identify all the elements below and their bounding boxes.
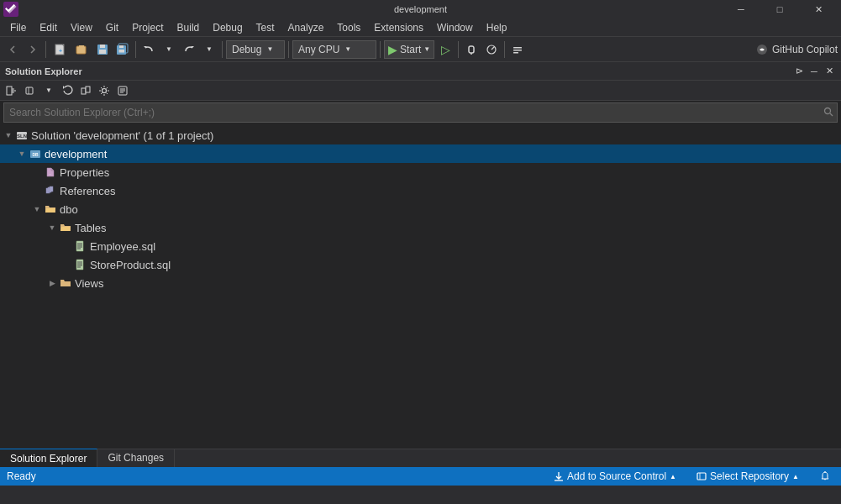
menu-help[interactable]: Help bbox=[480, 18, 514, 37]
status-ready: Ready bbox=[7, 470, 36, 482]
show-all-files-button[interactable] bbox=[22, 82, 39, 99]
se-search-input[interactable] bbox=[4, 107, 820, 118]
se-properties-button[interactable] bbox=[114, 82, 131, 99]
github-copilot-area[interactable]: GitHub Copilot bbox=[755, 43, 838, 56]
menu-build[interactable]: Build bbox=[171, 18, 207, 37]
svg-rect-17 bbox=[513, 52, 518, 54]
tables-expand[interactable]: ▼ bbox=[45, 221, 59, 234]
start-without-debug-button[interactable]: ▷ bbox=[436, 40, 455, 59]
refresh-button[interactable] bbox=[59, 82, 76, 99]
panel-pin-button[interactable]: ⊳ bbox=[792, 65, 806, 78]
properties-svg: ... bbox=[45, 166, 56, 178]
svg-rect-3 bbox=[76, 46, 86, 54]
restore-button[interactable]: □ bbox=[760, 0, 799, 18]
store-product-node[interactable]: StoreProduct.sql bbox=[0, 255, 841, 274]
copilot-label: GitHub Copilot bbox=[772, 44, 838, 55]
tab-git-changes[interactable]: Git Changes bbox=[97, 449, 175, 467]
debug-config-dropdown[interactable]: Debug ▼ bbox=[226, 40, 285, 59]
svg-rect-10 bbox=[118, 50, 124, 53]
menu-view[interactable]: View bbox=[64, 18, 99, 37]
solution-node[interactable]: ▼ SLN Solution 'development' (1 of 1 pro… bbox=[0, 126, 841, 144]
dbo-label: dbo bbox=[60, 203, 78, 216]
redo-button[interactable] bbox=[180, 40, 198, 59]
forward-button[interactable] bbox=[24, 40, 42, 59]
cpu-config-label: Any CPU bbox=[298, 44, 339, 55]
project-expand[interactable]: ▼ bbox=[15, 147, 29, 160]
new-project-button[interactable]: + bbox=[50, 40, 71, 59]
back-button[interactable] bbox=[3, 40, 22, 59]
undo-dropdown-button[interactable]: ▼ bbox=[160, 40, 178, 59]
toolbar-sep-5 bbox=[380, 41, 381, 58]
menu-tools[interactable]: Tools bbox=[330, 18, 367, 37]
source-control-arrow: ▲ bbox=[670, 473, 676, 480]
save-all-button[interactable] bbox=[113, 40, 132, 59]
redo-icon bbox=[183, 44, 195, 55]
attach-icon bbox=[465, 44, 477, 55]
menu-bar: File Edit View Git Project Build Debug T… bbox=[0, 18, 841, 37]
minimize-button[interactable]: ─ bbox=[722, 0, 760, 18]
toolbar-sep-6 bbox=[458, 41, 459, 58]
menu-extensions[interactable]: Extensions bbox=[367, 18, 430, 37]
properties-label: Properties bbox=[60, 166, 109, 179]
save-button[interactable] bbox=[93, 40, 112, 59]
forward-icon bbox=[28, 45, 38, 55]
svg-rect-4 bbox=[79, 45, 84, 47]
panel-title: Solution Explorer bbox=[5, 66, 82, 76]
svg-text:...: ... bbox=[49, 171, 51, 176]
menu-test[interactable]: Test bbox=[250, 18, 281, 37]
store-product-icon bbox=[74, 258, 87, 271]
views-expand[interactable]: ▶ bbox=[45, 276, 59, 290]
tables-node[interactable]: ▼ Tables bbox=[0, 218, 841, 237]
refresh-icon bbox=[61, 85, 73, 97]
se-dropdown-button[interactable]: ▼ bbox=[40, 82, 57, 99]
se-settings-button[interactable] bbox=[96, 82, 113, 99]
back-icon bbox=[8, 45, 18, 55]
title-bar: development ─ □ ✕ bbox=[0, 0, 841, 18]
search-svg bbox=[823, 107, 833, 117]
more-tools-icon bbox=[512, 44, 523, 55]
project-node[interactable]: ▼ DB development bbox=[0, 144, 841, 163]
menu-file[interactable]: File bbox=[3, 18, 33, 37]
sql-file-svg bbox=[75, 240, 87, 252]
references-node[interactable]: References bbox=[0, 181, 841, 200]
menu-edit[interactable]: Edit bbox=[33, 18, 64, 37]
collapse-all-icon bbox=[80, 85, 92, 97]
svg-text:SLN: SLN bbox=[17, 134, 27, 139]
solution-expand[interactable]: ▼ bbox=[2, 129, 15, 142]
close-button[interactable]: ✕ bbox=[799, 0, 838, 18]
menu-project[interactable]: Project bbox=[125, 18, 170, 37]
properties-node[interactable]: ... Properties bbox=[0, 163, 841, 181]
redo-dropdown-button[interactable]: ▼ bbox=[200, 40, 218, 59]
tab-solution-explorer[interactable]: Solution Explorer bbox=[0, 449, 97, 467]
menu-debug[interactable]: Debug bbox=[206, 18, 249, 37]
menu-window[interactable]: Window bbox=[430, 18, 480, 37]
employee-node[interactable]: Employee.sql bbox=[0, 237, 841, 255]
svg-rect-19 bbox=[7, 87, 12, 95]
open-file-button[interactable] bbox=[73, 40, 92, 59]
sync-view-button[interactable] bbox=[3, 82, 20, 99]
start-button[interactable]: ▶ Start ▼ bbox=[384, 40, 434, 59]
solution-svg: SLN bbox=[16, 129, 28, 141]
search-icon bbox=[820, 107, 837, 118]
select-repository-button[interactable]: Select Repository ▲ bbox=[693, 470, 802, 482]
cpu-config-dropdown[interactable]: Any CPU ▼ bbox=[292, 40, 376, 59]
add-to-source-control-button[interactable]: Add to Source Control ▲ bbox=[550, 470, 680, 482]
undo-button[interactable] bbox=[139, 40, 158, 59]
panel-close-button[interactable]: ✕ bbox=[823, 65, 836, 78]
project-label: development bbox=[45, 148, 107, 160]
se-search-box[interactable] bbox=[3, 102, 838, 123]
notifications-button[interactable] bbox=[816, 470, 834, 482]
toolbar-sep-3 bbox=[222, 41, 223, 58]
collapse-all-button[interactable] bbox=[77, 82, 94, 99]
views-node[interactable]: ▶ Views bbox=[0, 274, 841, 292]
perf-profiler-button[interactable] bbox=[482, 40, 501, 59]
attach-button[interactable] bbox=[462, 40, 481, 59]
menu-git[interactable]: Git bbox=[99, 18, 125, 37]
dbo-node[interactable]: ▼ dbo bbox=[0, 200, 841, 218]
menu-analyze[interactable]: Analyze bbox=[281, 18, 331, 37]
dbo-expand[interactable]: ▼ bbox=[30, 202, 44, 216]
toolbar-sep-4 bbox=[288, 41, 289, 58]
toolbar: + ▼ ▼ bbox=[0, 37, 841, 62]
panel-minimize-button[interactable]: ─ bbox=[807, 65, 821, 78]
more-tools-button[interactable] bbox=[508, 40, 527, 59]
